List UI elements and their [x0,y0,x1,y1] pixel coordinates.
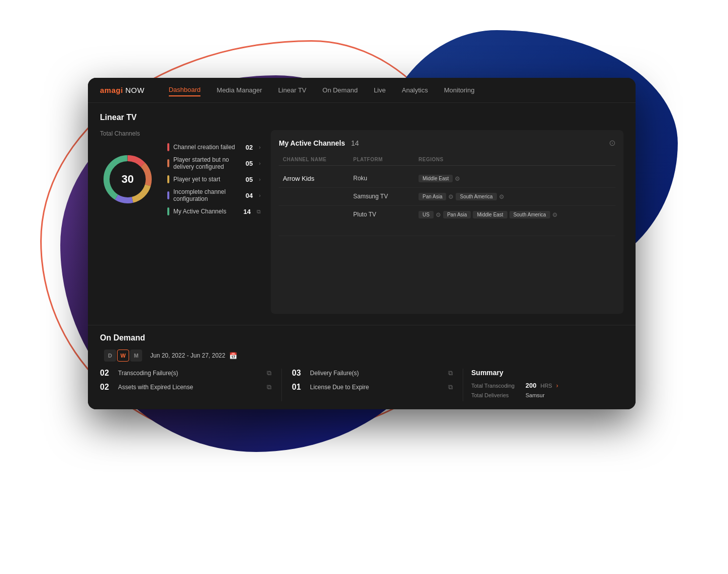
stat-label-4: My Active Channels [173,208,240,215]
on-demand-header: On Demand [100,333,623,342]
nav-analytics[interactable]: Analytics [402,84,428,96]
stat-value-3: 04 [246,192,253,199]
active-channels-panel: My Active Channels 14 ⊙ CHANNEL NAME PLA… [271,130,623,314]
logo-amagi: amagi [100,86,123,94]
regions-2: US ⚙ Pan Asia Middle East South America … [419,211,611,218]
summary-deliveries-platform: Samsur [526,392,545,398]
region-tag-2-2: Middle East [473,211,507,218]
region-tag-2-0: US [419,211,434,218]
metric-num-3: 01 [292,383,306,392]
channels-count: 14 [351,139,359,147]
nav-live[interactable]: Live [374,84,386,96]
summary-title: Summary [471,369,623,377]
donut-chart: 30 [100,152,155,207]
nav-monitoring[interactable]: Monitoring [444,84,475,96]
metric-link-0[interactable]: ⧉ [267,369,271,377]
table-row-0: Arrow Kids Roku Middle East ⚙ [279,170,615,188]
channels-header: My Active Channels 14 ⊙ [279,138,615,148]
total-channels-label: Total Channels [100,130,261,137]
metric-row-2: 03 Delivery Failure(s) ⧉ [292,369,453,378]
content-area: Linear TV Total Channels [88,103,636,409]
stat-value-1: 05 [246,160,253,167]
dashboard-window: amagi NOW Dashboard Media Manager Linear… [88,78,636,409]
linear-tv-content: Total Channels [100,130,623,314]
metric-label-1: Assets with Expired License [118,384,263,391]
metric-link-1[interactable]: ⧉ [267,383,271,391]
date-toggle-group: D W M [104,350,142,362]
regions-1: Pan Asia ⚙ South America ⚙ [419,193,611,200]
summary-deliveries-label: Total Deliveries [471,392,522,398]
stat-label-2: Player yet to start [173,176,242,183]
on-demand-left-metrics: 02 Transcoding Failure(s) ⧉ 02 Assets wi… [100,369,281,401]
on-demand-title: On Demand [100,333,145,342]
date-range-label: Jun 20, 2022 - Jun 27, 2022 [150,352,225,359]
region-icon-1: ⚙ [448,193,454,200]
stats-list: Channel creation failed 02 › Player star… [167,143,261,215]
channels-settings-icon[interactable]: ⊙ [609,138,615,148]
nav-media-manager[interactable]: Media Manager [217,84,262,96]
stat-arrow-3[interactable]: › [259,192,261,198]
donut-center-value: 30 [122,173,134,186]
stat-row-4: My Active Channels 14 ⧉ [167,207,261,215]
stat-bar-3 [167,191,169,199]
stat-label-1: Player started but no delivery configure… [173,156,242,170]
col-header-channel: CHANNEL NAME [283,157,353,162]
stat-value-2: 05 [246,176,253,183]
nav-linear-tv[interactable]: Linear TV [278,84,306,96]
table-header: CHANNEL NAME PLATFORM REGIONS [279,154,615,166]
summary-row-transcoding: Total Transcoding 200 HRS › [471,382,623,389]
stat-arrow-4[interactable]: ⧉ [257,208,261,215]
regions-0: Middle East ⚙ [419,175,611,182]
metric-label-2: Delivery Failure(s) [310,370,444,377]
region-icon-2b: ⚙ [552,211,558,218]
toggle-week[interactable]: W [117,350,129,362]
stat-row-0: Channel creation failed 02 › [167,143,261,151]
calendar-icon[interactable]: 📅 [229,352,237,360]
toggle-month[interactable]: M [130,350,142,362]
stat-arrow-0[interactable]: › [259,144,261,150]
stat-row-2: Player yet to start 05 › [167,175,261,183]
metric-num-0: 02 [100,369,114,378]
stat-row-3: Incomplete channel configuration 04 › [167,188,261,202]
stat-bar-0 [167,143,169,151]
stat-value-4: 14 [244,208,251,215]
on-demand-grid: 02 Transcoding Failure(s) ⧉ 02 Assets wi… [100,369,623,401]
platform-1: Samsung TV [353,193,419,200]
nav-dashboard[interactable]: Dashboard [169,84,201,96]
stat-arrow-2[interactable]: › [259,176,261,182]
summary-transcoding-arrow[interactable]: › [556,382,558,389]
region-tag-2-1: Pan Asia [443,211,471,218]
metric-link-2[interactable]: ⧉ [448,369,453,377]
stat-label-3: Incomplete channel configuration [173,188,242,202]
col-header-platform: PLATFORM [353,157,419,162]
chart-container: Total Channels [100,130,261,314]
logo-now: NOW [126,86,145,94]
region-icon-1b: ⚙ [499,193,504,200]
summary-transcoding-value: 200 [526,382,537,389]
metric-row-0: 02 Transcoding Failure(s) ⧉ [100,369,271,378]
platform-2: Pluto TV [353,211,419,218]
region-tag-0-0: Middle East [419,175,453,182]
metric-row-3: 01 License Due to Expire ⧉ [292,383,453,392]
summary-row-deliveries: Total Deliveries Samsur [471,392,623,398]
toggle-day[interactable]: D [104,350,116,362]
on-demand-section: On Demand D W M Jun 20, 2022 - Jun 27, 2… [88,325,636,409]
summary-transcoding-unit: HRS [541,383,552,389]
donut-area: 30 Channel creation failed 02 › [100,143,261,215]
stat-row-1: Player started but no delivery configure… [167,156,261,170]
metric-label-3: License Due to Expire [310,384,444,391]
stat-label-0: Channel creation failed [173,144,242,151]
col-header-regions: REGIONS [419,157,611,162]
platform-0: Roku [353,175,419,182]
metric-link-3[interactable]: ⧉ [448,383,453,391]
nav-on-demand[interactable]: On Demand [323,84,358,96]
stat-bar-2 [167,175,169,183]
stat-arrow-1[interactable]: › [259,160,261,166]
metric-label-0: Transcoding Failure(s) [118,370,263,377]
region-icon-2a: ⚙ [436,211,441,218]
table-row-2: Pluto TV US ⚙ Pan Asia Middle East South… [279,206,615,236]
region-tag-2-3: South America [509,211,550,218]
stat-bar-4 [167,207,169,215]
region-tag-1-1: South America [456,193,496,200]
stat-bar-1 [167,159,169,167]
